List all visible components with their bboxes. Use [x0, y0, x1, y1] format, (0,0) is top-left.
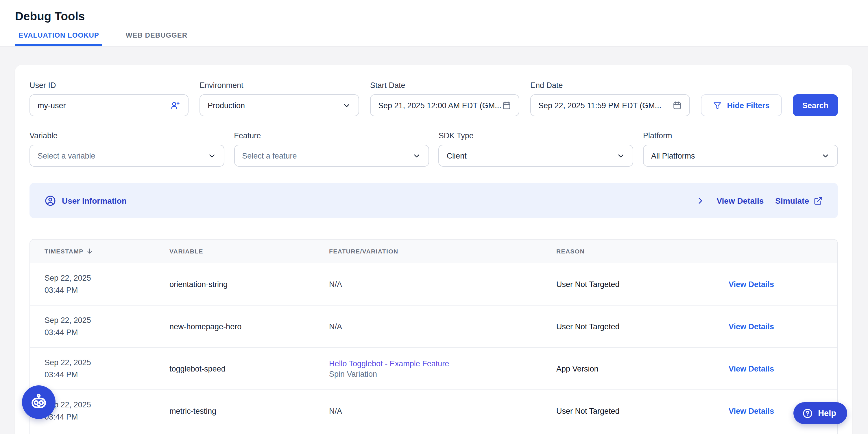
reason-cell: User Not Targeted: [556, 321, 728, 331]
variable-value: orientation-string: [169, 280, 227, 289]
reason-value: App Version: [556, 365, 598, 373]
sdk-type-select[interactable]: Client: [439, 145, 633, 167]
reason-value: User Not Targeted: [556, 322, 620, 331]
tab-bar: EVALUATION LOOKUP WEB DEBUGGER: [15, 31, 853, 46]
search-button[interactable]: Search: [793, 94, 838, 116]
chevron-down-icon: [342, 101, 351, 110]
page-title: Debug Tools: [15, 10, 853, 23]
actions-cell: View Details: [728, 279, 823, 289]
user-information-banner: User Information View Details Simulate: [30, 183, 838, 218]
timestamp-time: 03:44 PM: [44, 326, 169, 339]
help-label: Help: [818, 408, 836, 418]
timestamp-date: Sep 22, 2025: [44, 356, 169, 369]
feature-select[interactable]: Select a feature: [234, 145, 429, 167]
simulate-link[interactable]: Simulate: [775, 196, 823, 205]
table-header-row: TIMESTAMP VARIABLE FEATURE/VARIATION REA…: [30, 239, 837, 263]
column-header-timestamp-label: TIMESTAMP: [44, 248, 84, 255]
column-header-reason[interactable]: REASON: [556, 248, 728, 255]
filters-card: User ID Environment Production: [15, 65, 852, 434]
page-header: Debug Tools EVALUATION LOOKUP WEB DEBUGG…: [0, 0, 868, 47]
calendar-icon: [502, 101, 511, 110]
feature-variation-cell: N/A: [329, 321, 556, 331]
chevron-right-icon[interactable]: [696, 196, 705, 205]
sdk-type-label: SDK Type: [439, 132, 633, 140]
evaluations-table: TIMESTAMP VARIABLE FEATURE/VARIATION REA…: [30, 239, 838, 434]
sort-descending-icon: [87, 248, 93, 255]
feature-variation-cell: N/A: [329, 406, 556, 416]
search-label: Search: [802, 101, 828, 110]
help-button[interactable]: Help: [793, 402, 847, 424]
view-details-link[interactable]: View Details: [728, 280, 774, 289]
feature-variation-cell: Hello Togglebot - Example FeatureSpin Va…: [329, 359, 556, 378]
banner-title: User Information: [62, 196, 127, 205]
variable-cell: orientation-string: [169, 279, 329, 289]
column-header-variable[interactable]: VARIABLE: [169, 248, 329, 255]
column-header-timestamp[interactable]: TIMESTAMP: [44, 248, 169, 255]
view-details-link[interactable]: View Details: [728, 322, 774, 331]
column-header-reason-label: REASON: [556, 248, 585, 255]
platform-select[interactable]: All Platforms: [643, 145, 838, 167]
timestamp-date: Sep 22, 2025: [44, 272, 169, 284]
sdk-type-field: SDK Type Client: [439, 132, 633, 167]
timestamp-date: Sep 22, 2025: [44, 399, 169, 411]
timestamp-time: 03:44 PM: [44, 284, 169, 296]
reason-cell: User Not Targeted: [556, 406, 728, 416]
variable-placeholder: Select a variable: [38, 151, 208, 160]
column-header-feature-variation[interactable]: FEATURE/VARIATION: [329, 248, 556, 255]
external-link-icon: [814, 196, 823, 205]
end-date-input[interactable]: Sep 22, 2025 11:59 PM EDT (GM...: [530, 94, 690, 116]
feature-placeholder: Select a feature: [242, 151, 412, 160]
variation-label: Spin Variation: [329, 370, 556, 378]
platform-field: Platform All Platforms: [643, 132, 838, 167]
end-date-field: End Date Sep 22, 2025 11:59 PM EDT (GM..…: [530, 81, 690, 116]
end-date-label: End Date: [530, 81, 690, 90]
table-body: Sep 22, 202503:44 PMorientation-stringN/…: [30, 263, 837, 432]
togglebot-fab-button[interactable]: [22, 385, 56, 419]
banner-right: View Details Simulate: [696, 196, 823, 205]
calendar-icon: [673, 101, 682, 110]
timestamp-time: 03:44 PM: [44, 411, 169, 423]
start-date-field: Start Date Sep 21, 2025 12:00 AM EDT (GM…: [370, 81, 519, 116]
hide-filters-button[interactable]: Hide Filters: [701, 94, 782, 116]
chevron-down-icon: [821, 151, 830, 160]
feature-link[interactable]: Hello Togglebot - Example Feature: [329, 359, 556, 368]
banner-view-details-link[interactable]: View Details: [716, 196, 764, 205]
environment-field: Environment Production: [199, 81, 359, 116]
user-id-input[interactable]: [38, 101, 170, 110]
environment-label: Environment: [199, 81, 359, 90]
user-id-field: User ID: [30, 81, 188, 116]
variable-label: Variable: [30, 132, 224, 140]
simulate-label: Simulate: [775, 196, 809, 205]
question-circle-icon: [802, 408, 813, 419]
environment-value: Production: [208, 101, 342, 110]
reason-cell: User Not Targeted: [556, 279, 728, 289]
filter-funnel-icon: [713, 101, 722, 110]
table-row: Sep 22, 202503:44 PMmetric-testingN/AUse…: [30, 390, 837, 432]
feature-variation-cell: N/A: [329, 279, 556, 289]
variable-value: togglebot-speed: [169, 365, 225, 373]
start-date-input[interactable]: Sep 21, 2025 12:00 AM EDT (GM...: [370, 94, 519, 116]
environment-select[interactable]: Production: [199, 94, 359, 116]
tab-evaluation-lookup[interactable]: EVALUATION LOOKUP: [15, 31, 103, 46]
actions-cell: View Details: [728, 321, 823, 331]
timestamp-date: Sep 22, 2025: [44, 314, 169, 326]
user-plus-icon[interactable]: [170, 100, 180, 111]
feature-field: Feature Select a feature: [234, 132, 429, 167]
timestamp-cell: Sep 22, 202503:44 PM: [44, 272, 169, 296]
view-details-link[interactable]: View Details: [728, 407, 774, 415]
view-details-link[interactable]: View Details: [728, 365, 774, 373]
timestamp-cell: Sep 22, 202503:44 PM: [44, 314, 169, 339]
user-circle-icon: [44, 195, 56, 206]
feature-label: Feature: [234, 132, 429, 140]
variable-cell: metric-testing: [169, 406, 329, 416]
actions-cell: View Details: [728, 364, 823, 374]
platform-label: Platform: [643, 132, 838, 140]
tab-web-debugger[interactable]: WEB DEBUGGER: [122, 31, 191, 46]
filter-row-2: Variable Select a variable Feature Selec…: [30, 132, 838, 167]
variable-field: Variable Select a variable: [30, 132, 224, 167]
robot-icon: [29, 392, 49, 412]
variable-cell: new-homepage-hero: [169, 321, 329, 331]
variable-cell: togglebot-speed: [169, 364, 329, 374]
reason-value: User Not Targeted: [556, 280, 620, 289]
variable-select[interactable]: Select a variable: [30, 145, 224, 167]
